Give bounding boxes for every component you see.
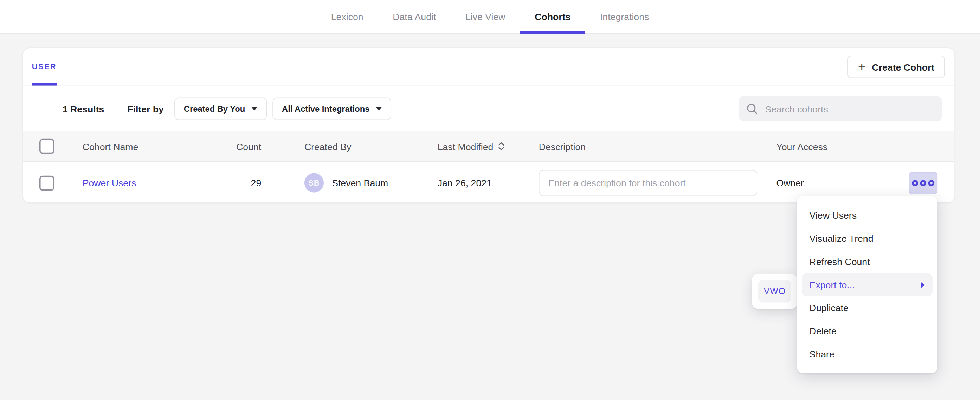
description-input[interactable] [539, 170, 757, 196]
submenu-arrow-icon [921, 282, 925, 288]
row-checkbox[interactable] [39, 175, 54, 191]
row-options-button[interactable] [908, 172, 937, 194]
tab-cohorts[interactable]: Cohorts [535, 0, 571, 33]
top-navigation: Lexicon Data Audit Live View Cohorts Int… [0, 0, 980, 34]
tab-live-view[interactable]: Live View [465, 0, 506, 33]
cohorts-card: USER + Create Cohort 1 Results Filter by… [22, 48, 955, 203]
search-icon [746, 103, 758, 115]
search-cohorts-box[interactable] [739, 96, 942, 121]
select-all-checkbox[interactable] [39, 139, 54, 154]
table-header: Cohort Name Count Created By Last Modifi… [23, 131, 955, 162]
column-header-created-by: Created By [261, 141, 437, 151]
integrations-dropdown-label: All Active Integrations [282, 104, 369, 113]
row-context-menu: View Users Visualize Trend Refresh Count… [797, 196, 937, 373]
search-cohorts-input[interactable] [764, 103, 934, 115]
last-modified-label: Last Modified [438, 141, 493, 151]
cohorts-page: Lexicon Data Audit Live View Cohorts Int… [0, 0, 980, 400]
created-by-dropdown-label: Created By You [184, 104, 245, 113]
filter-row: 1 Results Filter by Created By You All A… [23, 86, 955, 131]
export-submenu: VWO [752, 274, 797, 309]
caret-down-icon [376, 107, 382, 111]
create-cohort-label: Create Cohort [872, 62, 934, 72]
menu-item-export-to[interactable]: Export to... [802, 273, 932, 296]
integrations-dropdown[interactable]: All Active Integrations [272, 97, 391, 120]
results-count: 1 Results [62, 104, 104, 114]
column-header-description: Description [539, 141, 776, 151]
sort-icon [498, 141, 505, 151]
last-modified-value: Jan 26, 2021 [438, 177, 539, 188]
menu-item-duplicate[interactable]: Duplicate [797, 296, 937, 320]
more-options-icon [928, 180, 934, 186]
tab-data-audit[interactable]: Data Audit [393, 0, 436, 33]
more-options-icon [912, 180, 918, 186]
vertical-divider [115, 100, 116, 117]
tab-lexicon[interactable]: Lexicon [331, 0, 363, 33]
tab-user[interactable]: USER [32, 48, 57, 86]
cohort-name-link[interactable]: Power Users [83, 177, 136, 188]
caret-down-icon [251, 107, 258, 111]
submenu-item-vwo[interactable]: VWO [758, 280, 791, 303]
more-options-icon [920, 180, 926, 186]
menu-item-view-users[interactable]: View Users [797, 204, 937, 227]
column-header-count: Count [224, 141, 261, 151]
menu-item-visualize-trend[interactable]: Visualize Trend [797, 227, 937, 250]
creator-name: Steven Baum [332, 177, 388, 188]
card-tab-strip: USER + Create Cohort [23, 48, 955, 86]
filter-by-label: Filter by [127, 104, 164, 114]
created-by-dropdown[interactable]: Created By You [174, 97, 267, 120]
export-to-label: Export to... [810, 279, 855, 290]
avatar: SB [304, 173, 324, 193]
column-header-cohort-name: Cohort Name [83, 141, 224, 151]
cohort-count: 29 [224, 177, 261, 188]
menu-item-refresh-count[interactable]: Refresh Count [797, 250, 937, 273]
column-header-your-access: Your Access [776, 141, 908, 151]
plus-icon: + [858, 60, 866, 73]
menu-item-delete[interactable]: Delete [797, 320, 937, 343]
access-value: Owner [776, 177, 908, 188]
create-cohort-button[interactable]: + Create Cohort [848, 56, 945, 78]
tab-integrations[interactable]: Integrations [600, 0, 649, 33]
column-header-last-modified[interactable]: Last Modified [438, 141, 539, 151]
menu-item-share[interactable]: Share [797, 343, 937, 365]
